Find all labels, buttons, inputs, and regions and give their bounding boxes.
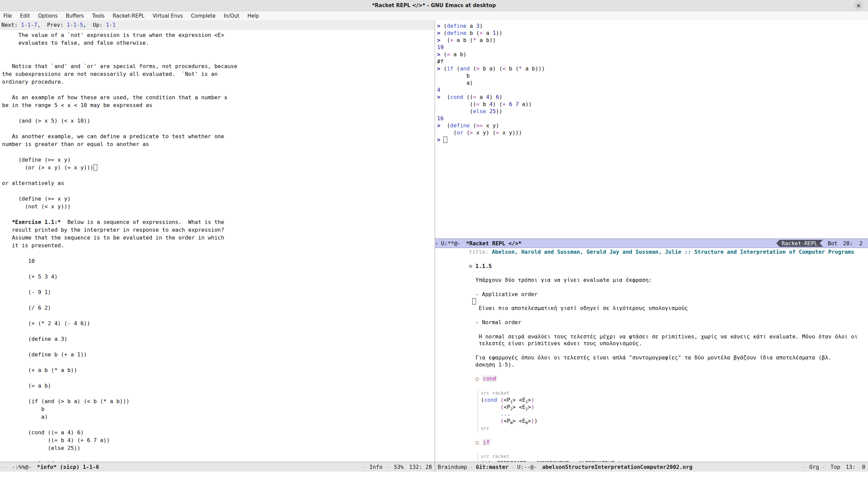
info-link[interactable]: 1-1 <box>106 22 116 28</box>
info-header-line: Next: 1-1-7, Prev: 1-1-5, Up: 1-1 <box>0 20 435 30</box>
modeline-major-mode-badge[interactable]: Racket-REPL <box>776 240 823 247</box>
text-line: > (= a b) <box>437 51 868 58</box>
text-line: 16 <box>437 115 868 122</box>
text-line: (and (> x 5) (< x 10)) <box>2 117 435 125</box>
text-segment: ) <box>479 23 483 29</box>
text-segment: be in the range 5 < x < 10 may be expres… <box>2 102 152 108</box>
menu-help[interactable]: Help <box>248 13 259 19</box>
text-segment: (or (> x y) (= x y))) <box>2 164 94 171</box>
text-line: 4 <box>437 86 868 94</box>
menu-tools[interactable]: Tools <box>92 13 104 19</box>
text-segment: (+ (* 2 4) (- 4 6)) <box>2 320 90 327</box>
text-line <box>469 256 868 263</box>
text-segment: As another example, we can define a pred… <box>2 133 224 140</box>
text-segment: + <box>450 37 454 43</box>
text-segment: a <box>467 23 476 29</box>
chevron-left-icon: ‹ <box>803 464 807 470</box>
text-line <box>2 265 435 273</box>
text-segment: ( <box>481 397 484 403</box>
modeline-org[interactable]: Braindump › Git:master › U:--@- abelsonS… <box>435 462 868 472</box>
text-segment <box>469 298 472 305</box>
text-line <box>2 281 435 288</box>
text-segment: b ( <box>506 65 519 72</box>
text-segment: = <box>447 51 450 58</box>
text-segment: * <box>519 65 522 72</box>
menu-file[interactable]: File <box>3 13 12 19</box>
text-segment: < <box>502 65 506 72</box>
text-segment: 1 <box>493 30 496 36</box>
racket-repl-buffer[interactable]: > (define a 3)> (define b (+ a 1))> (+ a… <box>435 20 868 239</box>
text-segment: (+ 5 3 4) <box>2 273 58 280</box>
text-segment: a) <box>437 80 473 86</box>
info-buffer[interactable]: The value of a `not' expression is true … <box>0 30 435 462</box>
text-line <box>2 327 435 335</box>
text-line <box>2 452 435 460</box>
text-line: (not (< x y))) <box>2 203 435 210</box>
text-line: άσκηση 1-5). <box>469 361 868 369</box>
text-segment: > <box>437 37 443 43</box>
modeline-major-mode[interactable]: Info <box>369 464 382 470</box>
text-line: (define a 3) <box>2 335 435 343</box>
menu-racket-repl[interactable]: Racket-REPL <box>113 13 144 19</box>
text-line: Η normal σειρά αναλύει τους τελεστές μέχ… <box>469 333 868 340</box>
text-line: src racket <box>478 390 868 397</box>
text-segment: x y))) <box>499 129 522 136</box>
text-line: 19 <box>437 44 868 51</box>
text-segment: (cond ((= a 4) 6) <box>2 429 84 436</box>
menu-edit[interactable]: Edit <box>20 13 30 19</box>
menu-buffers[interactable]: Buffers <box>66 13 84 19</box>
text-segment: b <box>2 406 44 412</box>
modeline-flags: U:--@- <box>517 464 537 470</box>
text-line: Assume that the sequence is to be evalua… <box>2 234 435 242</box>
modeline-info[interactable]: ›› -:%%@- *info* (sicp) 1-1-6 ‹ Info › 5… <box>0 462 435 472</box>
text-segment: <P <box>504 397 510 403</box>
text-segment: define <box>447 30 467 36</box>
text-segment: ( <box>443 122 450 129</box>
org-buffer[interactable]: title: Abelson, Harold and Sussman, Gera… <box>435 248 868 462</box>
text-segment: else <box>473 108 486 115</box>
text-line: > (if (and (> b a) (< b (* a b))) <box>437 65 868 72</box>
text-line: Notice that `and' and `or' are special f… <box>2 62 435 70</box>
chevron-right-icon: › <box>470 464 473 470</box>
close-icon[interactable]: × <box>854 1 863 10</box>
text-segment <box>481 404 500 410</box>
text-segment: ) <box>531 404 534 410</box>
text-segment: (( <box>437 101 476 107</box>
text-line <box>2 312 435 319</box>
menu-complete[interactable]: Complete <box>191 13 215 19</box>
text-line: - Applicative order <box>469 291 868 298</box>
modeline-git-branch[interactable]: Git:master <box>476 464 508 470</box>
text-line: (if (and (> b a) (< b (* a b))) <box>2 397 435 405</box>
modeline-racket-repl[interactable]: › U:**@- *Racket REPL </>* Racket-REPL B… <box>435 239 868 248</box>
text-segment: b <box>437 72 470 79</box>
text-segment: > <box>437 137 443 143</box>
modeline-major-mode[interactable]: Org <box>809 464 819 470</box>
info-link[interactable]: 1-1-5 <box>67 22 83 28</box>
text-segment: define <box>447 23 467 29</box>
text-segment <box>469 439 475 445</box>
text-line: a) <box>437 79 868 86</box>
text-segment: 7 <box>515 101 519 107</box>
text-segment: a b))) <box>522 65 545 72</box>
info-link[interactable]: 1-1-7 <box>21 22 37 28</box>
menu-in-out[interactable]: In/Out <box>224 13 239 19</box>
chevron-right-icon: › <box>385 464 389 470</box>
text-segment: ((= b 4) (+ 6 7 a)) <box>2 437 110 443</box>
window-divider[interactable] <box>435 20 435 472</box>
text-segment: )) <box>496 108 502 115</box>
text-cursor <box>94 164 97 171</box>
text-segment: )) <box>496 30 502 36</box>
text-line <box>2 343 435 351</box>
text-segment: cond <box>484 397 497 403</box>
menu-options[interactable]: Options <box>38 13 58 19</box>
text-line: b <box>437 72 868 79</box>
text-segment: 19 <box>437 44 443 50</box>
text-segment: >= <box>476 122 483 129</box>
text-segment <box>497 397 500 403</box>
text-line <box>469 432 868 439</box>
text-segment: the subexpressions are not necessarily a… <box>2 71 218 77</box>
text-segment: > <box>528 418 531 424</box>
modeline-buffer-name: *info* (sicp) 1-1-6 <box>37 464 99 470</box>
menu-virtual-envs[interactable]: Virtual Envs <box>153 13 183 19</box>
text-line: src <box>478 425 868 432</box>
